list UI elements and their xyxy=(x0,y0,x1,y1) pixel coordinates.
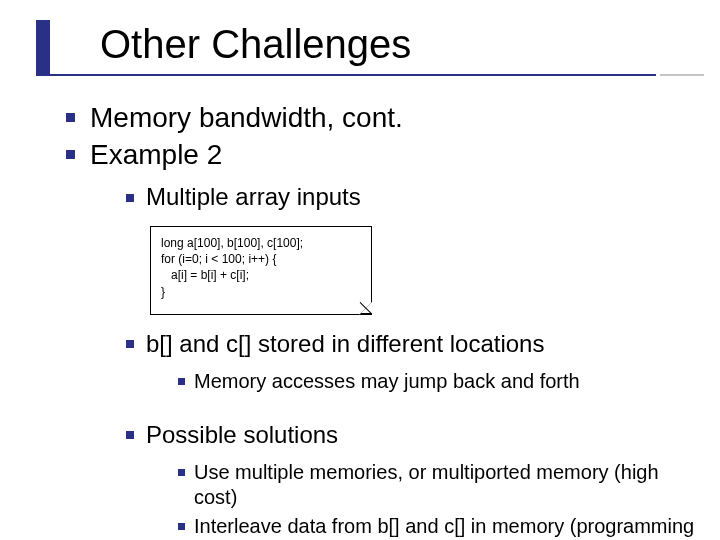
bullet-l3: Use multiple memories, or multiported me… xyxy=(172,460,700,510)
slide: Other Challenges Memory bandwidth, cont.… xyxy=(0,0,720,540)
bullet-text: Interleave data from b[] and c[] in memo… xyxy=(194,515,694,540)
code-snippet: long a[100], b[100], c[100]; for (i=0; i… xyxy=(150,226,372,315)
bullet-l1: Example 2 Multiple array inputs long a[1… xyxy=(60,137,700,540)
bullet-text: b[] and c[] stored in different location… xyxy=(146,330,544,357)
bullet-l2: Possible solutions Use multiple memories… xyxy=(120,420,700,540)
bullet-text: Possible solutions xyxy=(146,421,338,448)
slide-title: Other Challenges xyxy=(100,22,411,67)
bullet-l3: Interleave data from b[] and c[] in memo… xyxy=(172,514,700,540)
slide-body: Memory bandwidth, cont. Example 2 Multip… xyxy=(60,100,700,540)
title-accent-bar xyxy=(36,20,50,74)
bullet-text: Example 2 xyxy=(90,139,222,170)
title-underline xyxy=(36,74,656,76)
bullet-l2: Multiple array inputs xyxy=(120,182,700,212)
bullet-l1: Memory bandwidth, cont. xyxy=(60,100,700,135)
title-underline-tail xyxy=(660,74,704,76)
code-text: long a[100], b[100], c[100]; for (i=0; i… xyxy=(161,236,303,299)
bullet-l3: Memory accesses may jump back and forth xyxy=(172,369,700,394)
bullet-l2: b[] and c[] stored in different location… xyxy=(120,329,700,394)
